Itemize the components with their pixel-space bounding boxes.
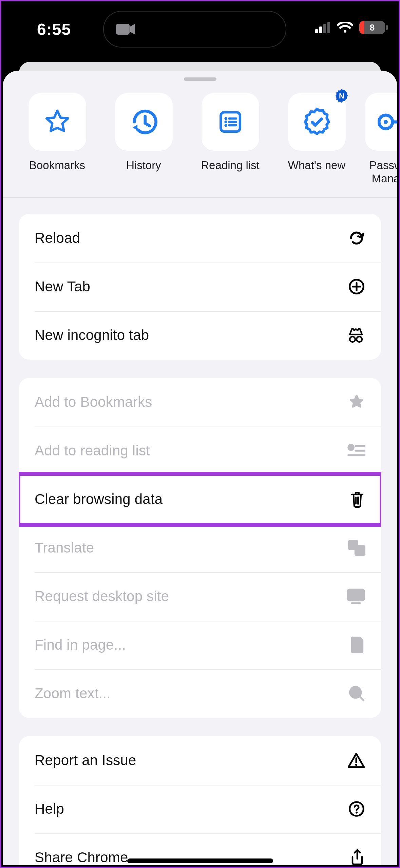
menu-item-label: Add to Bookmarks — [35, 394, 152, 410]
menu-item-label: New Tab — [35, 278, 90, 295]
svg-point-16 — [350, 337, 355, 342]
menu-item-label: Zoom text... — [35, 685, 111, 702]
menu-item-desktop-site: Request desktop site — [19, 572, 381, 621]
svg-point-14 — [384, 120, 388, 124]
svg-rect-1 — [315, 29, 318, 33]
star-outline-icon — [346, 393, 365, 411]
shortcut-reading-list[interactable]: Reading list — [192, 93, 268, 185]
shortcut-label: Password Manager — [369, 159, 397, 185]
svg-text:文: 文 — [357, 548, 363, 555]
svg-point-28 — [356, 812, 358, 814]
menu-item-label: Translate — [35, 540, 94, 556]
menu-item-new-tab[interactable]: New Tab — [19, 263, 381, 311]
svg-rect-0 — [116, 24, 130, 35]
svg-text:N: N — [339, 92, 344, 100]
menu-item-zoom-text: Zoom text... — [19, 669, 381, 718]
menu-groups: Reload New Tab New incognito tab — [3, 198, 397, 865]
desktop-icon — [346, 588, 365, 604]
svg-rect-23 — [348, 590, 364, 600]
svg-rect-4 — [327, 22, 330, 33]
reload-icon — [346, 229, 365, 247]
cellular-icon — [315, 22, 331, 33]
status-time: 6:55 — [37, 20, 71, 39]
menu-group-support: Report an Issue Help Share Chrome — [19, 736, 381, 865]
incognito-icon — [346, 326, 365, 344]
shortcut-label: What's new — [288, 159, 346, 172]
menu-item-find-in-page: Find in page... — [19, 621, 381, 669]
warning-icon — [346, 752, 365, 769]
menu-item-clear-browsing-data[interactable]: Clear browsing data — [19, 475, 381, 524]
key-icon — [378, 109, 397, 135]
home-indicator[interactable] — [127, 858, 273, 863]
history-icon — [129, 107, 159, 137]
shortcut-row[interactable]: Bookmarks History — [3, 81, 397, 198]
menu-item-label: Clear browsing data — [35, 491, 163, 507]
menu-item-help[interactable]: Help — [19, 785, 381, 833]
svg-point-7 — [224, 121, 227, 124]
menu-item-reload[interactable]: Reload — [19, 214, 381, 263]
star-icon — [43, 107, 72, 137]
menu-item-label: Request desktop site — [35, 588, 169, 604]
menu-item-report-issue[interactable]: Report an Issue — [19, 736, 381, 785]
trash-icon — [346, 490, 365, 508]
zoom-in-icon — [346, 685, 365, 702]
svg-point-8 — [224, 124, 227, 127]
shortcut-label: Bookmarks — [29, 159, 85, 172]
menu-item-add-bookmark: Add to Bookmarks — [19, 378, 381, 427]
svg-rect-3 — [323, 24, 326, 33]
translate-icon: G 文 — [346, 540, 365, 556]
menu-sheet: Bookmarks History — [3, 71, 397, 865]
shortcut-label: Reading list — [201, 159, 259, 172]
shortcut-password-manager[interactable]: Password Manager — [365, 93, 397, 185]
menu-item-add-reading: Add to reading list — [19, 427, 381, 475]
svg-point-17 — [357, 337, 362, 342]
wifi-icon — [337, 22, 353, 33]
menu-item-label: New incognito tab — [35, 327, 149, 343]
menu-item-incognito[interactable]: New incognito tab — [19, 311, 381, 360]
menu-item-label: Reload — [35, 230, 80, 246]
add-reading-icon — [346, 443, 365, 458]
shortcut-whats-new[interactable]: N What's new — [279, 93, 355, 185]
shortcut-history[interactable]: History — [106, 93, 182, 185]
menu-item-label: Report an Issue — [35, 752, 136, 768]
menu-group-page: Add to Bookmarks Add to reading list Cle… — [19, 378, 381, 718]
menu-item-translate: Translate G 文 — [19, 524, 381, 572]
verified-icon — [301, 106, 332, 138]
shortcut-bookmarks[interactable]: Bookmarks — [19, 93, 95, 185]
reading-list-icon — [217, 108, 244, 135]
status-right: 8 — [315, 21, 385, 34]
share-icon — [346, 849, 365, 865]
status-bar: 6:55 8 — [1, 1, 399, 56]
shortcut-label: History — [126, 159, 161, 172]
sheet-grabber[interactable] — [184, 77, 216, 81]
find-in-page-icon — [346, 636, 365, 654]
menu-group-actions: Reload New Tab New incognito tab — [19, 214, 381, 360]
menu-item-label: Help — [35, 801, 64, 817]
new-badge-icon: N — [334, 88, 350, 105]
svg-point-26 — [355, 764, 357, 766]
plus-circle-icon — [346, 278, 365, 295]
svg-rect-2 — [319, 26, 322, 33]
battery-percent: 8 — [370, 22, 375, 33]
menu-item-label: Add to reading list — [35, 442, 150, 459]
help-icon — [346, 800, 365, 818]
svg-text:G: G — [350, 542, 356, 549]
dynamic-island[interactable] — [103, 11, 286, 48]
menu-item-label: Share Chrome — [35, 849, 128, 865]
svg-point-6 — [224, 117, 227, 120]
menu-item-label: Find in page... — [35, 637, 126, 653]
battery-indicator: 8 — [359, 21, 385, 34]
camera-icon — [116, 22, 136, 36]
